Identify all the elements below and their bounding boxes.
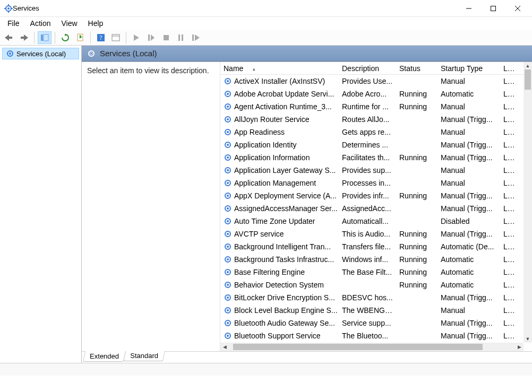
start-service-button[interactable] — [130, 31, 143, 44]
stop-service-button[interactable] — [159, 31, 173, 44]
service-row[interactable]: Bluetooth Audio Gateway Se...Service sup… — [220, 317, 524, 329]
service-row[interactable]: Base Filtering EngineThe Base Filt...Run… — [220, 266, 524, 278]
cell-startup: Automatic — [437, 90, 500, 98]
service-row[interactable]: BitLocker Drive Encryption S...BDESVC ho… — [220, 291, 524, 304]
help-button[interactable]: ? — [94, 31, 108, 44]
service-row[interactable]: Auto Time Zone UpdaterAutomaticall...Dis… — [220, 215, 524, 228]
cell-description: BDESVC hos... — [339, 293, 396, 302]
services-listview[interactable]: Name ▴ Description Status Startup Type L… — [220, 62, 524, 343]
vertical-scrollbar[interactable]: ▲ ▼ — [524, 62, 532, 343]
forward-button[interactable] — [17, 31, 31, 44]
service-row[interactable]: Background Tasks Infrastruc...Windows in… — [220, 253, 524, 266]
svg-point-61 — [227, 246, 229, 248]
svg-point-37 — [227, 93, 229, 95]
service-gear-icon — [224, 141, 232, 149]
scroll-down-icon[interactable]: ▼ — [524, 335, 532, 343]
service-row[interactable]: AVCTP serviceThis is Audio...RunningManu… — [220, 228, 524, 240]
service-row[interactable]: Application InformationFacilitates th...… — [220, 151, 524, 164]
service-gear-icon — [224, 230, 232, 238]
svg-point-1 — [7, 7, 10, 10]
close-button[interactable] — [505, 0, 530, 17]
service-row[interactable]: Background Intelligent Tran...Transfers … — [220, 240, 524, 253]
export-list-button[interactable] — [73, 31, 87, 44]
column-header-description[interactable]: Description — [339, 64, 396, 73]
cell-name: AllJoyn Router Service — [220, 115, 339, 124]
cell-name: Application Management — [220, 179, 339, 187]
menu-file[interactable]: File — [2, 18, 25, 29]
menu-bar: File Action View Help — [0, 17, 532, 30]
scroll-thumb[interactable] — [233, 344, 483, 350]
refresh-button[interactable] — [58, 31, 72, 44]
service-row[interactable]: AppX Deployment Service (A...Provides in… — [220, 189, 524, 202]
cell-logon: Loc — [500, 166, 517, 175]
service-row[interactable]: ActiveX Installer (AxInstSV)Provides Use… — [220, 75, 524, 88]
back-button[interactable] — [2, 31, 16, 44]
cell-name: AssignedAccessManager Ser... — [220, 204, 339, 213]
column-header-name[interactable]: Name ▴ — [220, 64, 339, 73]
scroll-right-icon[interactable]: ▶ — [515, 343, 524, 351]
scroll-thumb[interactable] — [525, 69, 531, 90]
menu-view[interactable]: View — [56, 18, 82, 29]
cell-startup: Manual (Trigg... — [437, 230, 500, 238]
menu-help[interactable]: Help — [83, 18, 109, 29]
cell-name: App Readiness — [220, 128, 339, 136]
scroll-up-icon[interactable]: ▲ — [524, 62, 532, 69]
tab-standard[interactable]: Standard — [123, 351, 165, 361]
services-gear-icon — [4, 4, 13, 13]
result-pane: Services (Local) Select an item to view … — [82, 46, 532, 363]
tree-node-services-local[interactable]: Services (Local) — [2, 48, 79, 59]
service-row[interactable]: Adobe Acrobat Update Servi...Adobe Acro.… — [220, 88, 524, 100]
service-name: App Readiness — [234, 128, 285, 136]
service-row[interactable]: Block Level Backup Engine S...The WBENGI… — [220, 304, 524, 317]
horizontal-scrollbar[interactable]: ◀ ▶ — [220, 343, 524, 351]
service-row[interactable]: App ReadinessGets apps re...ManualLoc — [220, 126, 524, 138]
cell-logon: Loc — [500, 230, 517, 238]
service-gear-icon — [224, 281, 232, 289]
cell-name: BitLocker Drive Encryption S... — [220, 293, 339, 302]
service-row[interactable]: AllJoyn Router ServiceRoutes AllJo...Man… — [220, 113, 524, 126]
svg-rect-26 — [178, 34, 180, 41]
service-row[interactable]: AssignedAccessManager Ser...AssignedAcc.… — [220, 202, 524, 215]
services-gear-icon — [87, 49, 96, 58]
cell-startup: Manual — [437, 166, 500, 175]
service-row[interactable]: Agent Activation Runtime_3...Runtime for… — [220, 100, 524, 113]
svg-point-41 — [227, 118, 229, 120]
column-header-logon[interactable]: Log On As — [500, 64, 517, 73]
service-row[interactable]: Bluetooth Support ServiceThe Bluetoo...M… — [220, 329, 524, 342]
service-row[interactable]: Application Layer Gateway S...Provides s… — [220, 164, 524, 177]
cell-description: Gets apps re... — [339, 128, 396, 136]
svg-point-69 — [227, 297, 229, 299]
cell-startup: Manual — [437, 77, 500, 85]
resume-service-button[interactable] — [144, 31, 158, 44]
menu-action[interactable]: Action — [25, 18, 56, 29]
cell-logon: Loc — [500, 115, 517, 124]
tab-extended[interactable]: Extended — [83, 351, 126, 362]
cell-description: Processes in... — [339, 179, 396, 187]
service-name: Bluetooth Support Service — [234, 332, 321, 340]
service-row[interactable]: Behavior Detection SystemRunningAutomati… — [220, 278, 524, 291]
properties-button[interactable] — [109, 31, 123, 44]
service-row[interactable]: Application IdentityDetermines ...Manual… — [220, 138, 524, 151]
column-header-status[interactable]: Status — [396, 64, 437, 73]
scroll-left-icon[interactable]: ◀ — [220, 343, 229, 351]
cell-description: Determines ... — [339, 141, 396, 149]
maximize-button[interactable] — [481, 0, 505, 17]
restart-service-button[interactable] — [189, 31, 203, 44]
svg-point-51 — [227, 182, 229, 184]
services-list-container: Name ▴ Description Status Startup Type L… — [220, 62, 532, 351]
cell-description: Adobe Acro... — [339, 90, 396, 98]
svg-point-73 — [227, 322, 229, 324]
service-gear-icon — [224, 179, 232, 187]
console-tree[interactable]: Services (Local) — [0, 46, 82, 363]
pause-service-button[interactable] — [174, 31, 188, 44]
column-header-startup[interactable]: Startup Type — [437, 64, 500, 73]
svg-point-45 — [227, 144, 229, 146]
service-name: Application Identity — [234, 141, 297, 149]
cell-name: ActiveX Installer (AxInstSV) — [220, 77, 339, 85]
cell-startup: Automatic (De... — [437, 242, 500, 251]
show-hide-tree-button[interactable] — [38, 31, 52, 44]
service-row[interactable]: Application ManagementProcesses in...Man… — [220, 177, 524, 189]
cell-description: Provides sup... — [339, 166, 396, 175]
minimize-button[interactable] — [457, 0, 481, 17]
cell-status: Running — [396, 102, 437, 111]
